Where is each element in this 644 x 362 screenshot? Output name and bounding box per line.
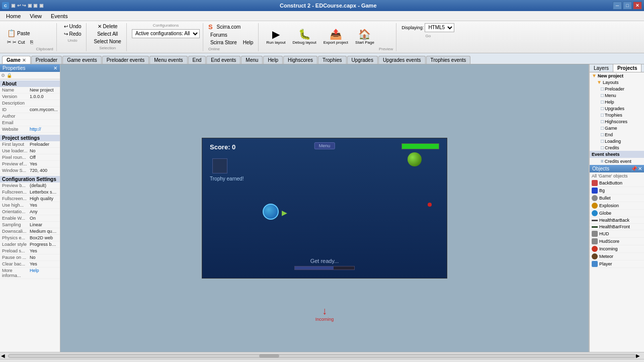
scroll-left-button[interactable]: ◀ xyxy=(1,353,8,358)
close-button[interactable]: ✕ xyxy=(633,2,642,10)
obj-meteor[interactable]: Meteor xyxy=(590,253,644,260)
project-settings-title[interactable]: Project settings xyxy=(0,135,60,141)
displaying-dropdown[interactable]: HTML5 xyxy=(425,23,454,32)
tab-highscores[interactable]: Highscores xyxy=(283,56,317,64)
tab-game-close[interactable]: ✕ xyxy=(22,58,26,63)
titlebar-title: Construct 2 - EDCourse.capx - Game xyxy=(44,3,613,9)
forums-btn[interactable]: Forums xyxy=(208,32,229,38)
paste-button[interactable]: 📋 Paste xyxy=(5,29,35,38)
clipboard-label: Clipboard xyxy=(36,47,53,51)
tree-trophies[interactable]: □Trophies xyxy=(590,112,644,118)
debug-layout-button[interactable]: 🐛 Debug layout xyxy=(290,28,319,46)
tab-end[interactable]: End xyxy=(188,56,206,64)
progress-bar xyxy=(294,266,355,270)
scirra-btn[interactable]: Scirra.com xyxy=(215,24,243,30)
health-bar-fill xyxy=(402,144,439,149)
projects-tab[interactable]: Projects xyxy=(613,64,641,72)
obj-hudscore[interactable]: HudScore xyxy=(590,238,644,245)
tree-loading[interactable]: □Loading xyxy=(590,138,644,144)
properties-close[interactable]: ✕ xyxy=(53,65,57,71)
obj-bg[interactable]: Bg xyxy=(590,187,644,195)
projects-panel: Layers Projects 📌 ✕ ▼ New project ▼ Layo… xyxy=(589,64,644,165)
tree-layouts-folder[interactable]: ▼ Layouts xyxy=(590,79,644,85)
store-btn[interactable]: Scirra Store xyxy=(208,39,239,46)
tree-preloader[interactable]: □Preloader xyxy=(590,85,644,92)
about-title[interactable]: About xyxy=(0,80,60,87)
tab-trophies[interactable]: Trophies xyxy=(318,56,347,64)
tree-help[interactable]: □Help xyxy=(590,99,644,105)
tab-help[interactable]: Help xyxy=(263,56,283,64)
copy-button[interactable]: ⎘ xyxy=(28,39,35,45)
obj-hud[interactable]: HUD xyxy=(590,230,644,238)
tree-end[interactable]: □End xyxy=(590,131,644,138)
obj-healthbarfront[interactable]: HealthBarFront xyxy=(590,224,644,230)
tree-highscores[interactable]: □Highscores xyxy=(590,118,644,125)
score-display: Score: 0 xyxy=(210,143,235,151)
backbutton-icon xyxy=(592,180,598,186)
delete-button[interactable]: ✕ Delete xyxy=(96,23,120,30)
config-dropdown[interactable]: Active configurations: All xyxy=(132,29,200,38)
tab-game[interactable]: Game ✕ xyxy=(2,56,31,64)
config-settings-section: Configuration Settings Preview b...(defa… xyxy=(0,175,60,280)
menu-home[interactable]: Home xyxy=(2,12,25,20)
obj-healthbarback[interactable]: HealthBarBack xyxy=(590,217,644,224)
obj-player[interactable]: Player xyxy=(590,260,644,268)
canvas-area: Score: 0 Menu Trophy earned! ▶ Get ready… xyxy=(60,64,589,352)
hud-icon xyxy=(592,231,598,237)
tab-end-events[interactable]: End events xyxy=(206,56,240,64)
tab-upgrades[interactable]: Upgrades xyxy=(347,56,378,64)
objects-header: Objects xyxy=(592,166,609,171)
tree-menu[interactable]: □Menu xyxy=(590,92,644,99)
tab-preloader[interactable]: Preloader xyxy=(31,56,62,64)
tab-upgrades-events[interactable]: Upgrades events xyxy=(378,56,426,64)
objects-panel-pin[interactable]: 📌 xyxy=(631,166,637,171)
maximize-button[interactable]: □ xyxy=(623,2,632,10)
run-layout-button[interactable]: ▶ Run layout xyxy=(264,28,288,46)
redo-button[interactable]: ↪ Redo xyxy=(62,31,84,37)
tree-upgrades[interactable]: □Upgrades xyxy=(590,105,644,112)
tab-preloader-events[interactable]: Preloader events xyxy=(102,56,149,64)
minimize-button[interactable]: ─ xyxy=(613,2,622,10)
obj-backbutton[interactable]: BackButton xyxy=(590,179,644,187)
menu-view[interactable]: View xyxy=(26,12,46,20)
properties-icons: ⚙ 🔒 xyxy=(1,73,12,78)
scrollbar-thumb[interactable] xyxy=(259,354,279,357)
select-none-button[interactable]: Select None xyxy=(92,38,123,45)
horizontal-scrollbar[interactable]: ◀ ▶ xyxy=(0,352,644,359)
properties-panel: Properties ✕ ⚙ 🔒 About NameNew project V… xyxy=(0,64,60,352)
menu-events[interactable]: Events xyxy=(47,12,72,20)
bullet-icon xyxy=(592,195,598,201)
config-settings-title[interactable]: Configuration Settings xyxy=(0,176,60,183)
projects-panel-pin[interactable]: 📌 xyxy=(641,64,644,72)
right-panels-container: Layers Projects 📌 ✕ ▼ New project ▼ Layo… xyxy=(589,64,644,352)
scirra-logo: S xyxy=(208,23,213,31)
tab-menu-events[interactable]: Menu events xyxy=(149,56,187,64)
tab-menu[interactable]: Menu xyxy=(241,56,263,64)
help-btn[interactable]: Help xyxy=(241,39,256,46)
tab-game-events[interactable]: Game events xyxy=(62,56,101,64)
layers-tab[interactable]: Layers xyxy=(590,64,613,72)
canvas-menu-button[interactable]: Menu xyxy=(314,142,335,149)
obj-explosion[interactable]: Explosion xyxy=(590,202,644,210)
globe-icon xyxy=(592,210,598,216)
tree-credits[interactable]: □Credits xyxy=(590,144,644,151)
export-project-button[interactable]: 📤 Export project xyxy=(321,28,351,46)
cut-button[interactable]: ✂✂ Cut xyxy=(5,39,27,45)
obj-incoming[interactable]: Incoming xyxy=(590,245,644,253)
objects-panel-close[interactable]: ✕ xyxy=(638,166,642,171)
obj-globe[interactable]: Globe xyxy=(590,210,644,217)
app-icon: C xyxy=(2,2,9,9)
tree-game[interactable]: □Game xyxy=(590,125,644,131)
scrollbar-track[interactable] xyxy=(8,354,636,358)
tab-trophies-events[interactable]: Trophies events xyxy=(426,56,471,64)
tree-credits-event[interactable]: ≡Credits event xyxy=(590,158,644,164)
obj-bullet[interactable]: Bullet xyxy=(590,195,644,202)
select-all-button[interactable]: Select All xyxy=(95,31,120,37)
tabbar: Game ✕ Preloader Game events Preloader e… xyxy=(0,53,644,64)
start-page-button[interactable]: 🏠 Start Page xyxy=(353,28,377,46)
scroll-right-button[interactable]: ▶ xyxy=(636,353,643,358)
tree-new-project[interactable]: ▼ New project xyxy=(590,72,644,79)
hudscore-icon xyxy=(592,238,598,244)
incoming-label: Incoming xyxy=(315,317,334,322)
undo-button[interactable]: ↩ Undo xyxy=(62,23,84,30)
